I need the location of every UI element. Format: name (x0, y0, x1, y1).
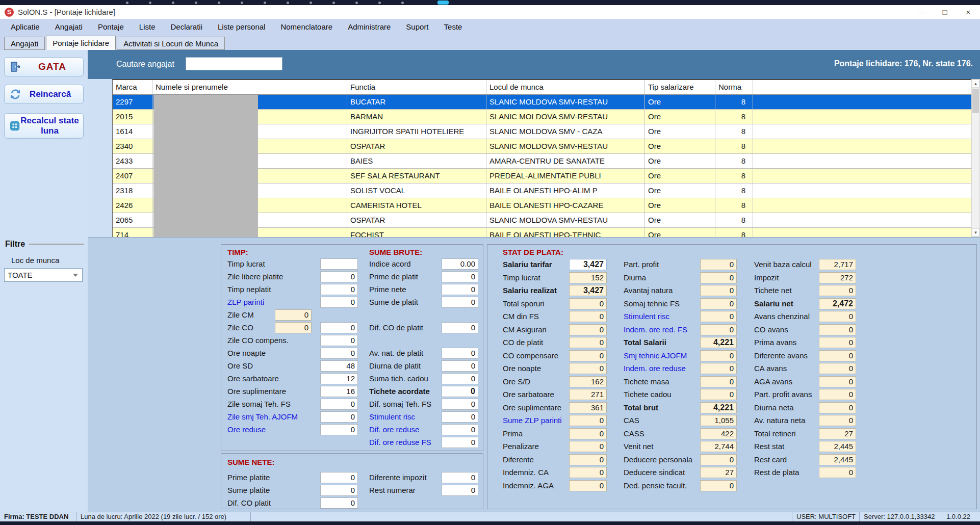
calculator-icon (9, 120, 20, 132)
table-scrollbar[interactable]: ▲ ▼ (971, 79, 980, 237)
cell-loc: AMARA-CENTRU DE SANATATE (486, 154, 645, 168)
venit-baza-calcul-label: Venit baza calcul (754, 260, 812, 269)
cell-filler (753, 154, 972, 168)
loc-de-munca-selected-value: TOATE (5, 271, 73, 279)
indice-acord-value-field[interactable]: 0.00 (442, 258, 478, 270)
co-de-platit-value-field: 0 (569, 337, 607, 348)
refresh-icon (9, 88, 21, 100)
scroll-up-arrow-icon[interactable]: ▲ (972, 80, 979, 88)
menu-item-liste[interactable]: Liste (132, 22, 163, 31)
ore-sarbatoare-value-field[interactable]: 12 (320, 373, 358, 384)
dif-ore-reduse-fs-value-field[interactable]: 0 (442, 437, 478, 448)
tab-angajati[interactable]: Angajati (4, 37, 45, 50)
cell-norma: 8 (715, 154, 753, 168)
cell-norma: 8 (715, 198, 753, 213)
menu-item-teste[interactable]: Teste (436, 22, 470, 31)
cell-loc: SLANIC MOLDOVA SMV-RESTAU (486, 139, 645, 153)
cell-loc: SLANIC MOLDOVA SMV-RESTAU (486, 110, 645, 124)
timp-neplatit-value-field[interactable]: 0 (320, 284, 358, 295)
dif-ore-reduse-value-field[interactable]: 0 (442, 424, 478, 435)
search-input[interactable] (186, 57, 282, 70)
avans-chenzinal-value-field: 0 (819, 311, 856, 322)
recalcul-state-luna-button[interactable]: Recalcul state luna (4, 113, 84, 139)
close-button[interactable]: × (957, 6, 980, 19)
ore-suplimentare-value-field[interactable]: 16 (320, 386, 358, 397)
tab-activitati-si-locuri-de-munca[interactable]: Activitati si Locuri de Munca (117, 37, 225, 50)
tab-pontaje-lichidare[interactable]: Pontaje lichidare (46, 36, 116, 50)
menu-item-pontaje[interactable]: Pontaje (90, 22, 132, 31)
stimulent-risc-label: Stimulent risc (624, 312, 669, 321)
prima-avans-label: Prima avans (754, 338, 796, 347)
loc-de-munca-select[interactable]: TOATE (4, 268, 83, 282)
diurna-de-platit-value-field[interactable]: 0 (442, 360, 478, 372)
ore-noapte-value-field[interactable]: 0 (320, 348, 358, 359)
total-salarii-value-field: 4,221 (700, 337, 737, 348)
timp-lucrat-label: Timp lucrat (503, 273, 540, 282)
diferente-impozit-label: Diferente impozit (369, 473, 427, 482)
column-header-tip-salarizare: Tip salarizare (645, 80, 715, 94)
cell-loc: SLANIC MOLDOVA SMV-RESTAU (486, 213, 645, 227)
zile-co-compens-value-field[interactable]: 0 (320, 335, 358, 346)
menu-item-aplicatie[interactable]: Aplicatie (3, 22, 47, 31)
cas-value-field: 1,055 (700, 415, 737, 426)
rest-numerar-value-field[interactable]: 0 (442, 485, 478, 496)
diferente-value-field: 0 (569, 454, 607, 465)
minimize-button[interactable]: — (910, 6, 933, 19)
rest-stat-label: Rest stat (754, 442, 784, 451)
status-luna-de-lucru: Luna de lucru: Aprilie 2022 (19 zile luc… (76, 512, 251, 522)
menu-item-liste-personal[interactable]: Liste personal (210, 22, 273, 31)
stimulent-risc-value-field[interactable]: 0 (442, 411, 478, 423)
scrollbar-thumb[interactable] (972, 89, 979, 113)
avantaj-natura-value-field: 0 (700, 285, 737, 296)
dif-co-platit-value-field[interactable]: 0 (320, 497, 358, 509)
timp-lucrat-value-field[interactable] (320, 258, 358, 270)
scroll-down-arrow-icon[interactable]: ▼ (972, 228, 979, 237)
zile-co-value-field[interactable]: 0 (320, 322, 358, 333)
av-natura-neta-value-field: 0 (819, 415, 856, 426)
prime-nete-value-field[interactable]: 0 (442, 284, 478, 295)
menu-item-suport[interactable]: Suport (398, 22, 436, 31)
sume-nete-panel: SUME NETE: Prime platite0Sume platite0Di… (221, 453, 483, 509)
zlp-parinti-value-field[interactable]: 0 (320, 297, 358, 308)
menu-item-angajati[interactable]: Angajati (47, 22, 90, 31)
timp-lucrat-label: Timp lucrat (227, 259, 265, 268)
zile-co-readonly-field: 0 (275, 322, 312, 333)
status-version: 1.0.0.22 (942, 512, 980, 522)
zile-libere-platite-value-field[interactable]: 0 (320, 271, 358, 282)
dif-somaj-teh-fs-value-field[interactable]: 0 (442, 399, 478, 410)
gata-button[interactable]: GATA (4, 57, 84, 76)
zile-somaj-teh-fs-value-field[interactable]: 0 (320, 399, 358, 410)
taskbar-dot (241, 2, 243, 4)
ore-sarbatoare-label: Ore sarbatoare (227, 374, 279, 383)
menu-item-declaratii[interactable]: Declaratii (163, 22, 210, 31)
tichete-acordate-value-field[interactable]: 0 (442, 386, 478, 397)
taskbar-dot (310, 2, 312, 4)
rest-numerar-label: Rest numerar (369, 486, 416, 494)
prime-platite-value-field[interactable]: 0 (320, 472, 358, 483)
ore-sd-value-field[interactable]: 48 (320, 360, 358, 372)
sume-platite-value-field[interactable]: 0 (320, 485, 358, 496)
zile-smj-teh-ajofm-value-field[interactable]: 0 (320, 411, 358, 423)
smj-tehnic-ajofm-value-field: 0 (700, 350, 737, 361)
prime-de-platit-value-field[interactable]: 0 (442, 271, 478, 282)
suma-tich-cadou-value-field[interactable]: 0 (442, 373, 478, 384)
menu-item-administrare[interactable]: Administrare (340, 22, 398, 31)
sume-brute-section-title: SUME BRUTE: (369, 248, 422, 256)
av-nat-de-platit-value-field[interactable]: 0 (442, 348, 478, 359)
taskbar-dot (401, 2, 404, 4)
indemniz-ca-label: Indemniz. CA (503, 468, 549, 477)
reincarca-button[interactable]: Reincarcă (4, 85, 84, 104)
ore-reduse-value-field[interactable]: 0 (320, 424, 358, 435)
tichete-net-label: Tichete net (754, 286, 792, 295)
menu-item-nomenclatoare[interactable]: Nomenclatoare (273, 22, 340, 31)
diferente-impozit-value-field[interactable]: 0 (442, 472, 478, 483)
part-profit-avans-value-field: 0 (819, 389, 856, 400)
zile-cm-readonly-field: 0 (275, 309, 312, 321)
cm-din-fs-value-field: 0 (569, 311, 607, 322)
cell-marca: 2015 (113, 110, 152, 124)
dif-co-de-platit-value-field[interactable]: 0 (442, 322, 478, 333)
content-area: Cautare angajat Pontaje lichidare: 176, … (88, 50, 980, 512)
sume-de-platit-value-field[interactable]: 0 (442, 297, 478, 308)
cell-marca: 1614 (113, 124, 152, 139)
maximize-button[interactable]: □ (933, 6, 957, 19)
